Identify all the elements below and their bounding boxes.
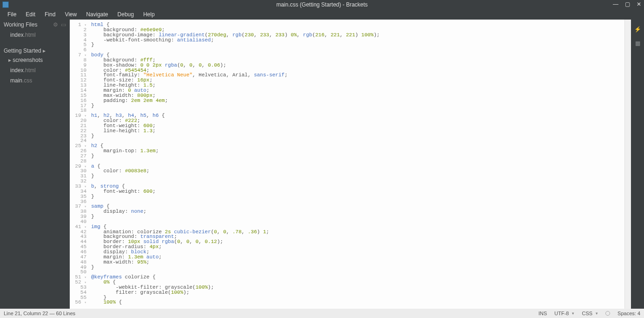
file-item[interactable]: main.css <box>0 75 70 86</box>
titlebar: main.css (Getting Started) - Brackets — … <box>0 0 644 9</box>
file-item[interactable]: index.html <box>0 65 70 75</box>
language-selector[interactable]: CSS <box>582 311 598 316</box>
menu-debug[interactable]: Debug <box>114 10 138 19</box>
menu-file[interactable]: File <box>4 10 20 19</box>
minimize-button[interactable]: — <box>613 1 618 7</box>
menubar: FileEditFindViewNavigateDebugHelp <box>0 9 644 20</box>
working-files-label: Working Files <box>4 21 37 28</box>
lint-status-icon[interactable] <box>605 311 610 316</box>
extensions-icon[interactable]: ▦ <box>635 40 640 47</box>
working-file[interactable]: index.html <box>0 30 70 40</box>
encoding-selector[interactable]: UTF-8 <box>554 311 574 316</box>
menu-view[interactable]: View <box>61 10 80 19</box>
indent-selector[interactable]: Spaces: 4 <box>617 311 640 316</box>
menu-help[interactable]: Help <box>139 10 159 19</box>
right-toolbar: ⚡ ▦ <box>631 20 644 309</box>
scrollbar[interactable] <box>624 20 631 309</box>
working-files-header[interactable]: Working Files ⚙ ▭ <box>0 20 70 30</box>
menu-find[interactable]: Find <box>41 10 59 19</box>
cursor-position[interactable]: Line 21, Column 22 — 60 Lines <box>4 311 75 316</box>
split-icon[interactable]: ▭ <box>61 21 66 28</box>
sidebar: Working Files ⚙ ▭ index.html Getting Sta… <box>0 20 70 309</box>
chevron-right-icon: ▸ <box>8 57 13 63</box>
insert-mode[interactable]: INS <box>538 311 547 316</box>
menu-edit[interactable]: Edit <box>22 10 39 19</box>
close-button[interactable]: ✕ <box>637 1 641 7</box>
live-preview-icon[interactable]: ⚡ <box>634 26 641 33</box>
project-label: Getting Started <box>4 47 41 54</box>
line-gutter: 1 ▾234567 ▾8910111213141516171819 ▾20212… <box>70 20 88 309</box>
editor[interactable]: 1 ▾234567 ▾8910111213141516171819 ▾20212… <box>70 20 631 309</box>
project-header[interactable]: Getting Started ▸ <box>0 47 70 55</box>
gear-icon[interactable]: ⚙ <box>53 21 58 28</box>
window-title: main.css (Getting Started) - Brackets <box>276 1 368 8</box>
menu-navigate[interactable]: Navigate <box>82 10 112 19</box>
app-logo-icon <box>2 1 9 8</box>
chevron-right-icon: ▸ <box>43 47 46 54</box>
folder-item[interactable]: ▸ screenshots <box>0 55 70 65</box>
statusbar: Line 21, Column 22 — 60 Lines INS UTF-8 … <box>0 309 644 318</box>
code-area[interactable]: html { background: #e6e9e9; background-i… <box>88 20 624 309</box>
maximize-button[interactable]: ▢ <box>625 1 630 7</box>
